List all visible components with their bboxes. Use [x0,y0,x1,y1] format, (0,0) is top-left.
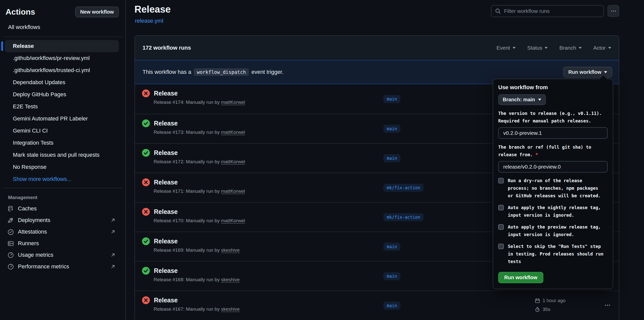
field-description: The version to release (e.g., v0.1.11). … [498,110,608,125]
actor-link[interactable]: skeshive [221,306,240,312]
dialog-checkbox-row: Select to skip the "Run Tests" step in t… [498,243,608,265]
dialog-title: Use workflow from [498,84,608,91]
branch-badge[interactable]: main [383,154,400,162]
sidebar-item-label: Performance metrics [18,263,69,270]
field-input[interactable] [498,161,608,173]
filter-workflow-runs-input[interactable] [504,8,600,14]
actor-link[interactable]: mattKorwel [221,159,245,164]
checkbox[interactable] [498,178,504,183]
actor-link[interactable]: mattKorwel [221,100,245,105]
run-title[interactable]: Release [154,267,178,274]
sidebar-item-all-workflows[interactable]: All workflows [0,17,125,37]
arrow-up-right-icon [110,264,116,269]
sidebar-item-deployments[interactable]: Deployments [0,214,125,226]
run-title[interactable]: Release [154,90,178,97]
field-description: The branch or ref (full git sha) to rele… [498,143,608,158]
sidebar-item-usage-metrics[interactable]: Usage metrics [0,249,125,261]
show-more-workflows-link[interactable]: Show more workflows... [5,173,119,185]
run-title[interactable]: Release [154,179,178,186]
failure-status-icon [142,296,150,304]
actor-link[interactable]: mattKorwel [221,130,245,135]
banner-code: workflow_dispatch [194,68,249,76]
failure-status-icon [142,208,150,216]
sidebar-item-label: Runners [18,240,39,247]
sidebar-item-workflow[interactable]: Deploy GitHub Pages [5,88,119,101]
actor-link[interactable]: mattKorwel [221,218,245,223]
actor-link[interactable]: skeshive [221,277,240,282]
sidebar-item-workflow[interactable]: Gemini CLI CI [5,125,119,137]
filter-branch-dropdown[interactable]: Branch [559,45,582,51]
run-title[interactable]: Release [154,208,178,215]
chevron-down-icon [545,47,548,49]
workflow-options-kebab-button[interactable] [607,5,619,17]
filter-event-dropdown[interactable]: Event [496,45,516,51]
dialog-checkbox-row: Run a dry-run of the release process; no… [498,177,608,200]
branch-badge[interactable]: main [383,302,400,310]
branch-badge[interactable]: mk/fix-action [383,184,424,192]
required-asterisk: * [533,152,538,157]
actions-sidebar: Actions New workflow All workflows Relea… [0,0,126,320]
verified-icon [8,229,14,235]
branch-badge[interactable]: mk/fix-action [383,213,424,221]
branch-badge[interactable]: main [383,125,400,133]
dialog-checkbox-row: Auto apply the preview release tag, inpu… [498,223,608,238]
filter-status-dropdown[interactable]: Status [527,45,548,51]
arrow-up-right-icon [110,229,116,235]
success-status-icon [142,267,150,275]
runs-header: 172 workflow runs EventStatusBranchActor [135,36,619,60]
workflow-list: Release.github/workflows/pr-review.yml.g… [0,37,125,188]
sidebar-item-caches[interactable]: Caches [0,203,125,214]
run-title[interactable]: Release [154,120,178,127]
sidebar-item-runners[interactable]: Runners [0,238,125,249]
sidebar-item-workflow[interactable]: .github/workflows/trusted-ci.yml [5,64,119,76]
checkbox-label: Auto apply the nightly release tag, inpu… [508,204,601,219]
banner-text: This workflow has a [143,69,191,75]
sidebar-item-workflow[interactable]: Gemini Automated PR Labeler [5,113,119,125]
sidebar-item-workflow[interactable]: No Response [5,161,119,173]
management-list: CachesDeploymentsAttestationsRunnersUsag… [0,203,125,272]
workflow-file-link[interactable]: release.yml [135,18,163,24]
checkbox[interactable] [498,205,504,210]
filter-workflow-runs-box [491,5,604,17]
sidebar-item-performance-metrics[interactable]: Performance metrics [0,261,125,272]
field-input[interactable] [498,127,608,139]
actor-link[interactable]: mattKorwel [221,188,245,194]
branch-badge[interactable]: main [383,243,400,251]
page-title: Release [134,4,171,15]
sidebar-item-workflow[interactable]: Dependabot Updates [5,76,119,88]
chevron-down-icon [608,47,611,49]
arrow-up-right-icon [110,217,116,223]
new-workflow-button[interactable]: New workflow [75,7,119,17]
actor-link[interactable]: skeshive [221,247,240,253]
run-title[interactable]: Release [154,238,178,245]
checkbox[interactable] [498,224,504,230]
meter-icon [8,264,14,270]
workflow-run-row[interactable]: ReleaseRelease #167: Manually run by ske… [135,291,619,319]
sidebar-item-workflow[interactable]: Integration Tests [5,137,119,149]
filter-actor-dropdown[interactable]: Actor [593,45,611,51]
sidebar-item-workflow[interactable]: .github/workflows/pr-review.yml [5,52,119,64]
sidebar-item-label: Caches [18,205,37,212]
run-options-kebab-button[interactable] [603,301,612,310]
run-workflow-submit-button[interactable]: Run workflow [498,272,543,283]
branch-selector-button[interactable]: Branch: main [498,94,546,105]
sidebar-item-workflow[interactable]: Release [5,40,119,52]
management-section-label: Management [0,188,125,203]
run-time: 1 hour ago [543,298,566,303]
sidebar-item-workflow[interactable]: Mark stale issues and pull requests [5,149,119,161]
search-icon [495,8,501,14]
dialog-fields: The version to release (e.g., v0.1.11). … [498,110,608,173]
sidebar-item-workflow[interactable]: E2E Tests [5,101,119,113]
run-title[interactable]: Release [154,149,178,156]
dialog-checkbox-row: Auto apply the nightly release tag, inpu… [498,204,608,219]
chevron-down-icon [579,47,582,49]
sidebar-item-attestations[interactable]: Attestations [0,226,125,238]
chevron-down-icon [513,47,516,49]
sidebar-item-label: Usage metrics [18,252,53,258]
stopwatch-icon [535,307,540,312]
checkbox[interactable] [498,244,504,249]
run-duration: 35s [543,307,550,312]
run-title[interactable]: Release [154,297,178,304]
branch-badge[interactable]: main [383,272,400,280]
branch-badge[interactable]: main [383,95,400,103]
